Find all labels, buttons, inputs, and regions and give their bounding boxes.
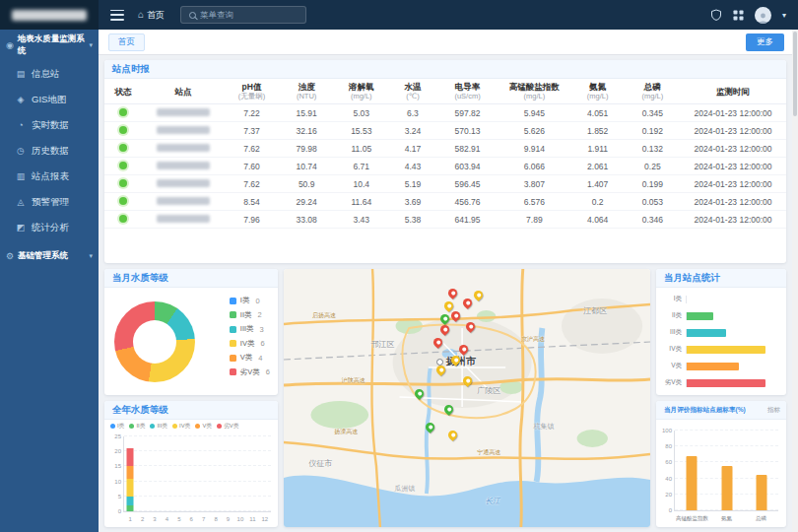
- hbar-category-label: III类: [660, 328, 682, 337]
- panel-title-year-quality: 全年水质等级: [112, 404, 168, 417]
- scrollbar-thumb[interactable]: [793, 32, 797, 116]
- hbar-row: V类: [660, 360, 778, 372]
- dashboard-content: 站点时报 状态站点pH值(无量纲)浊度(NTU)溶解氧(mg/L)水温(℃)电导…: [99, 55, 792, 532]
- sidebar-group-base-system[interactable]: ⚙ 基础管理系统 ▾: [0, 240, 99, 272]
- cell-value: 596.45: [436, 175, 499, 193]
- legend-item[interactable]: V类: [195, 422, 212, 431]
- user-avatar[interactable]: [755, 7, 771, 24]
- legend-label: V类: [202, 422, 212, 431]
- status-dot: [119, 144, 127, 152]
- legend-item[interactable]: 劣V类: [217, 422, 238, 431]
- sidebar-item-alert[interactable]: ◬预警管理: [0, 189, 99, 215]
- hbar-category-label: IV类: [660, 345, 682, 354]
- cell-value: 79.98: [279, 140, 334, 158]
- sidebar-item-label: GIS地图: [32, 94, 66, 106]
- cell-value: 6.71: [334, 158, 389, 175]
- sidebar-item-info[interactable]: ▤信息站: [0, 61, 99, 87]
- cell-value: 15.91: [279, 104, 334, 122]
- hbar-bar: [687, 363, 739, 370]
- realtime-icon: ◔: [16, 120, 26, 130]
- cell-monitor-time: 2024-01-23 12:00:00: [680, 193, 786, 211]
- search-input[interactable]: [200, 10, 301, 20]
- menu-toggle-icon[interactable]: [110, 10, 124, 21]
- hbar-bar: [687, 346, 765, 354]
- more-button[interactable]: 更多: [746, 33, 784, 51]
- column-header: 电导率(uS/cm): [436, 79, 499, 104]
- legend-swatch: [230, 340, 236, 347]
- legend-item[interactable]: 劣V类6: [230, 367, 270, 377]
- legend-item[interactable]: III类3: [230, 324, 270, 334]
- legend-label: 劣V类: [240, 367, 260, 377]
- map-label-road: 扬溧高速: [334, 428, 358, 436]
- cell-value: 1.911: [570, 140, 626, 158]
- tab-home[interactable]: 首页: [108, 33, 145, 51]
- x-tick-label: 2: [141, 516, 144, 522]
- legend-item[interactable]: V类4: [230, 353, 270, 363]
- cell-monitor-time: 2024-01-23 12:00:00: [680, 175, 786, 193]
- legend-item[interactable]: III类: [150, 422, 167, 431]
- legend-item[interactable]: IV类: [172, 422, 190, 431]
- shield-icon[interactable]: [710, 9, 722, 21]
- map-label-district: 江都区: [583, 304, 607, 315]
- sidebar-item-realtime[interactable]: ◔实时数据: [0, 112, 99, 138]
- map-label-town: 杭集镇: [534, 422, 555, 432]
- cell-value: 29.24: [279, 193, 334, 211]
- apps-grid-icon[interactable]: [733, 10, 744, 21]
- station-name-redacted: [157, 179, 210, 187]
- table-row[interactable]: 7.6250.910.45.19596.453.8071.4070.199202…: [104, 175, 786, 193]
- legend-value: 0: [255, 297, 259, 305]
- hbar-row: IV类: [660, 343, 778, 356]
- cell-value: 4.051: [570, 104, 626, 122]
- month-quality-chart: I类0II类2III类3IV类6V类4劣V类6: [104, 288, 278, 395]
- legend-label: IV类: [179, 422, 190, 431]
- menu-search[interactable]: [180, 6, 306, 24]
- x-tick-label: 5: [177, 516, 180, 522]
- legend-value: 6: [266, 367, 270, 376]
- legend-item[interactable]: II类: [129, 422, 145, 431]
- legend-swatch: [172, 424, 177, 429]
- table-row[interactable]: 7.2215.915.036.3597.825.9454.0510.345202…: [104, 104, 786, 122]
- sidebar-group-label: 地表水质量监测系统: [18, 33, 86, 57]
- column-header: 状态: [104, 79, 142, 104]
- table-row[interactable]: 7.6010.746.714.43603.946.0662.0610.25202…: [104, 158, 786, 175]
- legend-value: 3: [260, 325, 264, 334]
- exceed-rate-legend-label: 指标: [767, 406, 780, 415]
- hbar-bar: [687, 312, 713, 320]
- hbar-row: I类: [660, 293, 778, 305]
- map-label-road: 京沪高速: [521, 334, 545, 343]
- sidebar-item-report[interactable]: ▥站点报表: [0, 164, 99, 189]
- cell-value: 10.4: [334, 175, 389, 193]
- map-label-town: 瓜洲镇: [394, 484, 415, 494]
- map-label-road: 宁通高速: [477, 448, 500, 457]
- y-tick-label: 20: [657, 492, 672, 498]
- cell-value: 2.061: [570, 158, 626, 175]
- gis-map[interactable]: 扬州市邗江区广陵区江都区仪征市杭集镇瓜洲镇长江启扬高速京沪高速沪陕高速扬溧高速宁…: [284, 269, 650, 527]
- table-row[interactable]: 8.5429.2411.643.69456.766.5760.20.053202…: [104, 193, 786, 211]
- table-row[interactable]: 7.6279.9811.054.17582.919.9141.9110.1322…: [104, 140, 786, 158]
- legend-item[interactable]: IV类6: [230, 339, 270, 349]
- legend-value: 2: [257, 310, 261, 319]
- cell-value: 5.626: [499, 122, 570, 140]
- legend-swatch: [195, 424, 200, 429]
- sidebar-group-water-system[interactable]: ◉ 地表水质量监测系统 ▾: [0, 30, 99, 61]
- legend-item[interactable]: II类2: [230, 310, 270, 320]
- scrollbar-track[interactable]: [792, 30, 798, 532]
- cell-value: 7.89: [499, 211, 570, 229]
- app-logo: [0, 0, 99, 30]
- cell-value: 5.945: [499, 104, 570, 122]
- table-row[interactable]: 7.3732.1615.533.24570.135.6261.8520.1922…: [104, 122, 786, 140]
- gridline: [675, 445, 778, 446]
- status-dot: [119, 126, 127, 134]
- cell-value: 0.2: [570, 193, 626, 211]
- sidebar-item-history[interactable]: ◷历史数据: [0, 138, 99, 164]
- hbar-category-label: II类: [660, 311, 682, 320]
- status-dot: [119, 108, 127, 116]
- cell-value: 597.82: [436, 104, 499, 122]
- breadcrumb-home[interactable]: ⌂ 首页: [138, 9, 165, 22]
- sidebar-item-map[interactable]: ◈GIS地图: [0, 87, 99, 112]
- legend-item[interactable]: I类: [110, 422, 124, 431]
- chevron-down-icon[interactable]: ▾: [782, 11, 786, 20]
- sidebar-item-stats[interactable]: ◩统计分析: [0, 215, 99, 240]
- table-row[interactable]: 7.9633.083.435.38641.957.894.0640.346202…: [104, 211, 786, 229]
- legend-item[interactable]: I类0: [230, 296, 270, 305]
